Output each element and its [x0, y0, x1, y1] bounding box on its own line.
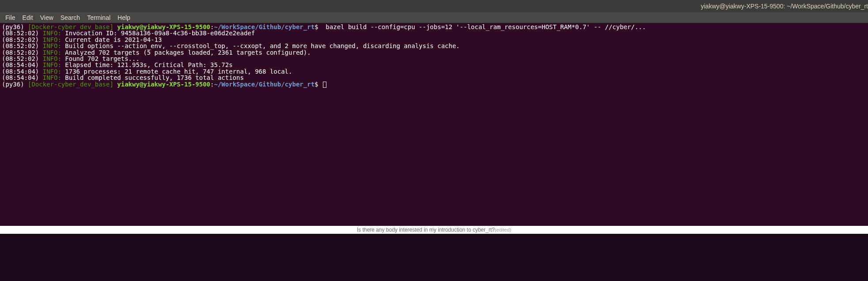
terminal-window: yiakwy@yiakwy-XPS-15-9500: ~/WorkSpace/G… — [0, 0, 868, 226]
venv-indicator: (py36) — [2, 81, 24, 88]
prompt-dollar: $ — [315, 81, 318, 88]
menu-edit[interactable]: Edit — [19, 13, 37, 22]
prompt-dollar: $ — [315, 23, 318, 30]
bottom-strip: Is there any body interested in my intro… — [0, 226, 868, 234]
menu-view[interactable]: View — [37, 13, 57, 22]
menu-help[interactable]: Help — [114, 13, 134, 22]
menu-file[interactable]: File — [2, 13, 19, 22]
cursor-icon — [323, 82, 326, 88]
terminal-output[interactable]: (py36) [Docker-cyber_dev_base] yiakwy@yi… — [0, 23, 868, 226]
command: bazel build --config=cpu --jobs=12 '--lo… — [318, 23, 646, 30]
docker-indicator: [Docker-cyber_dev_base] — [28, 81, 114, 88]
bottom-edited: (edited) — [495, 227, 511, 232]
window-title: yiakwy@yiakwy-XPS-15-9500: ~/WorkSpace/G… — [701, 3, 868, 10]
menu-search[interactable]: Search — [57, 13, 83, 22]
bottom-text: Is there any body interested in my intro… — [357, 227, 495, 233]
menu-bar: File Edit View Search Terminal Help — [0, 12, 868, 23]
menu-terminal[interactable]: Terminal — [83, 13, 114, 22]
window-title-bar: yiakwy@yiakwy-XPS-15-9500: ~/WorkSpace/G… — [0, 0, 868, 12]
cwd-path: ~/WorkSpace/Github/cyber_rt — [214, 81, 315, 88]
user-host: yiakwy@yiakwy-XPS-15-9500 — [117, 81, 210, 88]
